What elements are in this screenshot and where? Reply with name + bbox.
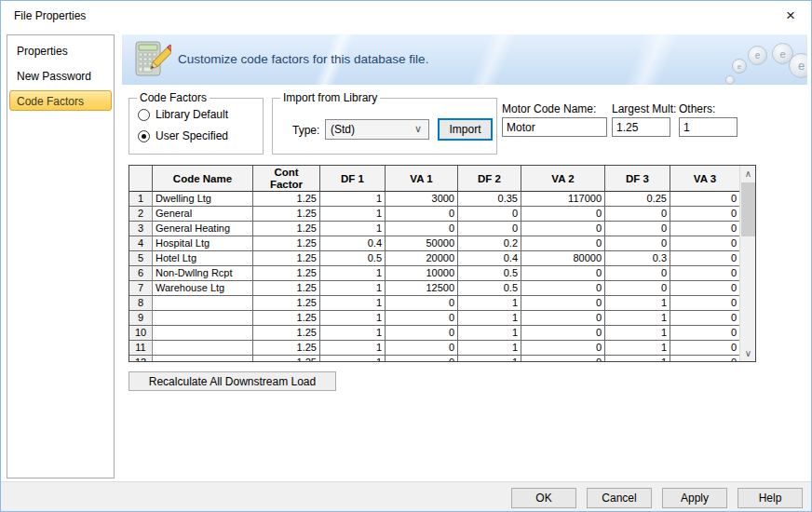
value-cell[interactable]: 0.2 xyxy=(458,236,521,251)
value-cell[interactable]: 10000 xyxy=(386,266,458,281)
value-cell[interactable]: 12500 xyxy=(386,281,458,296)
value-cell[interactable]: 0 xyxy=(605,281,670,296)
value-cell[interactable]: 1 xyxy=(605,311,670,326)
value-cell[interactable]: 0 xyxy=(670,341,740,356)
row-number-cell[interactable]: 12 xyxy=(129,356,153,362)
row-number-cell[interactable]: 2 xyxy=(129,207,153,222)
value-cell[interactable]: 0.4 xyxy=(458,251,521,266)
radio-library-default[interactable]: Library Default xyxy=(138,108,228,121)
import-button[interactable]: Import xyxy=(438,118,493,141)
scroll-down-button[interactable]: ∨ xyxy=(740,345,756,361)
value-cell[interactable]: 0 xyxy=(521,296,605,311)
value-cell[interactable]: 1 xyxy=(320,341,386,356)
value-cell[interactable]: 0 xyxy=(521,266,605,281)
code-name-cell[interactable] xyxy=(153,341,253,356)
value-cell[interactable]: 0 xyxy=(670,281,740,296)
sidebar-item-new-password[interactable]: New Password xyxy=(9,65,112,86)
value-cell[interactable]: 1 xyxy=(605,326,670,341)
code-name-cell[interactable]: Warehouse Ltg xyxy=(153,281,253,296)
value-cell[interactable]: 0 xyxy=(670,266,740,281)
sidebar-item-properties[interactable]: Properties xyxy=(9,40,112,61)
value-cell[interactable]: 1.25 xyxy=(253,207,320,222)
value-cell[interactable]: 50000 xyxy=(386,236,458,251)
value-cell[interactable]: 0 xyxy=(670,236,740,251)
cancel-button[interactable]: Cancel xyxy=(587,488,652,508)
code-name-cell[interactable]: General xyxy=(153,207,253,222)
row-number-cell[interactable]: 3 xyxy=(129,222,153,236)
value-cell[interactable]: 1 xyxy=(320,192,386,207)
value-cell[interactable]: 1 xyxy=(458,311,521,326)
value-cell[interactable]: 0 xyxy=(521,207,605,222)
row-number-cell[interactable]: 10 xyxy=(129,326,153,341)
row-number-cell[interactable]: 6 xyxy=(129,266,153,281)
value-cell[interactable]: 1.25 xyxy=(253,326,320,341)
value-cell[interactable]: 0.3 xyxy=(605,251,670,266)
value-cell[interactable]: 0 xyxy=(670,207,740,222)
motor-code-name-input[interactable] xyxy=(502,117,607,137)
value-cell[interactable]: 1 xyxy=(320,311,386,326)
value-cell[interactable]: 0 xyxy=(521,281,605,296)
value-cell[interactable]: 1 xyxy=(605,341,670,356)
value-cell[interactable]: 1.25 xyxy=(253,251,320,266)
value-cell[interactable]: 80000 xyxy=(521,251,605,266)
apply-button[interactable]: Apply xyxy=(662,488,727,508)
value-cell[interactable]: 0 xyxy=(386,222,458,236)
row-number-cell[interactable]: 9 xyxy=(129,311,153,326)
value-cell[interactable]: 1 xyxy=(458,341,521,356)
value-cell[interactable]: 1 xyxy=(320,281,386,296)
value-cell[interactable]: 1.25 xyxy=(253,356,320,362)
value-cell[interactable]: 0 xyxy=(386,296,458,311)
sidebar-item-code-factors[interactable]: Code Factors xyxy=(9,90,112,111)
value-cell[interactable]: 0.35 xyxy=(458,192,521,207)
value-cell[interactable]: 1.25 xyxy=(253,236,320,251)
value-cell[interactable]: 0.25 xyxy=(605,192,670,207)
value-cell[interactable]: 0 xyxy=(521,236,605,251)
code-name-cell[interactable] xyxy=(153,296,253,311)
value-cell[interactable]: 1 xyxy=(320,222,386,236)
others-input[interactable] xyxy=(679,117,738,137)
value-cell[interactable]: 1 xyxy=(320,356,386,362)
close-button[interactable]: × xyxy=(770,1,811,30)
value-cell[interactable]: 1 xyxy=(458,356,521,362)
value-cell[interactable]: 0 xyxy=(386,356,458,362)
value-cell[interactable]: 1 xyxy=(458,296,521,311)
value-cell[interactable]: 3000 xyxy=(386,192,458,207)
value-cell[interactable]: 1.25 xyxy=(253,281,320,296)
scroll-up-button[interactable]: ∧ xyxy=(740,166,756,182)
value-cell[interactable]: 1.25 xyxy=(253,192,320,207)
value-cell[interactable]: 1 xyxy=(605,296,670,311)
scrollbar-thumb[interactable] xyxy=(741,182,755,236)
value-cell[interactable]: 0 xyxy=(605,266,670,281)
value-cell[interactable]: 1 xyxy=(320,266,386,281)
vertical-scrollbar[interactable]: ∧ ∨ xyxy=(739,166,755,361)
value-cell[interactable]: 0 xyxy=(386,311,458,326)
row-number-cell[interactable]: 11 xyxy=(129,341,153,356)
value-cell[interactable]: 0 xyxy=(458,222,521,236)
value-cell[interactable]: 1 xyxy=(458,326,521,341)
value-cell[interactable]: 117000 xyxy=(521,192,605,207)
value-cell[interactable]: 1.25 xyxy=(253,222,320,236)
value-cell[interactable]: 0 xyxy=(605,236,670,251)
value-cell[interactable]: 0 xyxy=(521,326,605,341)
value-cell[interactable]: 0 xyxy=(521,311,605,326)
ok-button[interactable]: OK xyxy=(511,488,576,508)
value-cell[interactable]: 0 xyxy=(670,326,740,341)
row-number-cell[interactable]: 4 xyxy=(129,236,153,251)
code-name-cell[interactable]: Dwelling Ltg xyxy=(153,192,253,207)
value-cell[interactable]: 1.25 xyxy=(253,296,320,311)
value-cell[interactable]: 0 xyxy=(670,222,740,236)
code-name-cell[interactable] xyxy=(153,311,253,326)
value-cell[interactable]: 0 xyxy=(521,356,605,362)
value-cell[interactable]: 0.5 xyxy=(320,251,386,266)
value-cell[interactable]: 0 xyxy=(521,341,605,356)
code-name-cell[interactable]: Hotel Ltg xyxy=(153,251,253,266)
value-cell[interactable]: 0 xyxy=(605,207,670,222)
value-cell[interactable]: 1 xyxy=(320,296,386,311)
value-cell[interactable]: 20000 xyxy=(386,251,458,266)
code-name-cell[interactable]: Hospital Ltg xyxy=(153,236,253,251)
radio-user-specified[interactable]: User Specified xyxy=(138,129,228,142)
code-name-cell[interactable] xyxy=(153,326,253,341)
row-number-cell[interactable]: 7 xyxy=(129,281,153,296)
row-number-cell[interactable]: 5 xyxy=(129,251,153,266)
value-cell[interactable]: 0 xyxy=(670,192,740,207)
